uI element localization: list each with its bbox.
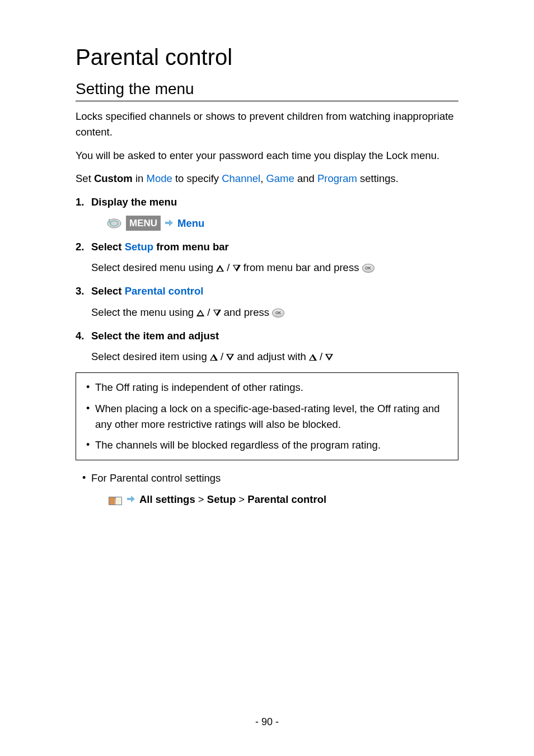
svg-rect-3 (109, 497, 115, 505)
mode-link[interactable]: Mode (146, 172, 172, 184)
down-triangle-icon (325, 354, 333, 361)
up-triangle-icon (210, 354, 218, 361)
related-path[interactable]: All settings > Setup > Parental control (139, 492, 326, 507)
program-link[interactable]: Program (317, 172, 357, 184)
step-4-title: Select the item and adjust (91, 328, 458, 344)
step-4-body: Select desired item using / and adjust w… (91, 349, 458, 365)
page-number: - 90 - (255, 716, 279, 728)
menu-link[interactable]: Menu (177, 216, 204, 231)
book-icon (108, 494, 123, 505)
down-triangle-icon (213, 310, 221, 316)
note-item-3: The channels will be blocked regardless … (85, 437, 449, 453)
step-2-title: Select Setup from menu bar (91, 239, 458, 255)
section-subtitle: Setting the menu (76, 80, 458, 102)
up-triangle-icon (309, 354, 317, 361)
down-triangle-icon (233, 265, 241, 272)
step-1: Display the menu MENU Menu (76, 194, 458, 231)
up-triangle-icon (196, 310, 204, 316)
outer-note: For Parental control settings (81, 470, 458, 507)
set-custom-line: Set Custom in Mode to specify Channel, G… (76, 171, 458, 186)
setup-link[interactable]: Setup (125, 241, 153, 253)
arrow-icon (165, 217, 173, 230)
step-1-title: Display the menu (91, 194, 458, 210)
intro-paragraph-1: Locks specified channels or shows to pre… (76, 109, 458, 140)
ok-button-icon (362, 264, 374, 273)
remote-icon (107, 218, 121, 228)
step-2-body: Select desired menu using / from menu ba… (91, 260, 458, 276)
arrow-icon (127, 493, 135, 506)
parental-control-link[interactable]: Parental control (125, 285, 204, 297)
down-triangle-icon (226, 354, 234, 361)
menu-badge: MENU (126, 216, 161, 231)
step-4: Select the item and adjust Select desire… (76, 328, 458, 365)
step-2: Select Setup from menu bar Select desire… (76, 239, 458, 276)
note-box: The Off rating is independent of other r… (76, 372, 458, 460)
step-3-body: Select the menu using / and press (91, 305, 458, 320)
step-3: Select Parental control Select the menu … (76, 283, 458, 320)
svg-point-0 (107, 219, 121, 228)
channel-link[interactable]: Channel (222, 172, 260, 184)
step-3-title: Select Parental control (91, 283, 458, 299)
ok-button-icon (272, 309, 284, 318)
note-item-2: When placing a lock on a specific-age-ba… (85, 401, 449, 432)
intro-paragraph-2: You will be asked to enter your password… (76, 148, 458, 164)
note-item-1: The Off rating is independent of other r… (85, 380, 449, 395)
up-triangle-icon (216, 265, 224, 272)
game-link[interactable]: Game (266, 172, 294, 184)
related-link-line: All settings > Setup > Parental control (91, 492, 458, 507)
page-title: Parental control (76, 45, 458, 70)
